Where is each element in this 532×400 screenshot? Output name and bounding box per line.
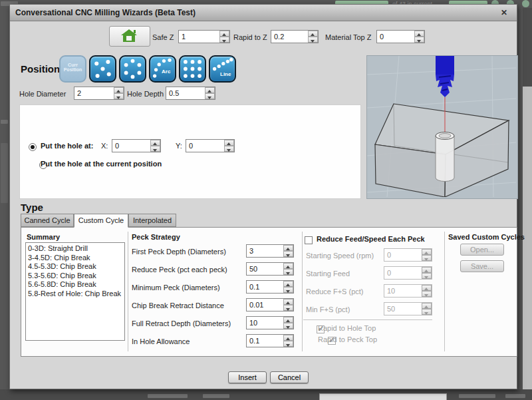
bolt-circle-button[interactable]: [119, 55, 146, 83]
material-top-z-input[interactable]: 0: [376, 30, 425, 43]
in-hole-allowance-input[interactable]: 0.1: [246, 334, 294, 347]
reduce-peck-value[interactable]: 50: [247, 263, 283, 275]
spin-up-button[interactable]: [150, 140, 160, 146]
3d-preview-viewport[interactable]: [366, 55, 518, 199]
drill-shank: [436, 56, 454, 75]
spin-up-button[interactable]: [283, 335, 293, 341]
spin-down-button[interactable]: [224, 146, 234, 152]
insert-button[interactable]: Insert: [228, 371, 267, 383]
full-retract-depth-input[interactable]: 10: [246, 316, 294, 329]
spin-up-button[interactable]: [422, 303, 432, 309]
spin-up-button[interactable]: [224, 140, 234, 146]
section-divider: [303, 319, 432, 320]
spin-up-button[interactable]: [219, 31, 229, 37]
chip-break-retract-value[interactable]: 0.01: [247, 299, 283, 311]
feed-row-label: Reduce F+S (pct): [306, 288, 364, 296]
random-points-button[interactable]: [89, 55, 116, 83]
summary-item: 4.5-5.3D: Chip Break: [28, 262, 124, 272]
safe-z-label: Safe Z: [152, 33, 174, 41]
spin-down-button[interactable]: [205, 93, 215, 99]
spin-up-button[interactable]: [283, 281, 293, 287]
home-button[interactable]: [109, 26, 150, 47]
in-hole-allowance-value[interactable]: 0.1: [247, 335, 283, 347]
minimum-peck-value[interactable]: 0.1: [247, 281, 283, 293]
rapid-to-z-value[interactable]: 0.2: [271, 31, 308, 43]
material-top-z-value[interactable]: 0: [377, 31, 414, 43]
spin-down-button[interactable]: [283, 287, 293, 293]
spin-down-button[interactable]: [283, 269, 293, 275]
spin-down-button[interactable]: [114, 93, 124, 99]
spin-down-button[interactable]: [422, 309, 432, 315]
curr-position-button[interactable]: Curr Position: [59, 55, 86, 83]
spin-down-button[interactable]: [422, 291, 432, 297]
rapid-to-peck-top-label: Rapid to Peck Top: [318, 335, 377, 343]
current-position-label: Put the hole at the current position: [41, 160, 162, 168]
spin-down-button[interactable]: [283, 323, 293, 329]
spin-down-button[interactable]: [414, 37, 424, 43]
y-input[interactable]: 0: [186, 139, 235, 152]
peck-row-label: First Peck Depth (Diameters): [132, 248, 226, 256]
reduce-feed-speed-checkbox[interactable]: [305, 236, 313, 244]
x-value[interactable]: 0: [112, 140, 150, 152]
hole-diameter-input[interactable]: 2: [74, 87, 124, 100]
spin-up-button[interactable]: [308, 31, 318, 37]
spin-up-button[interactable]: [283, 299, 293, 305]
hole-depth-input[interactable]: 0.5: [166, 87, 215, 100]
spin-up-button[interactable]: [414, 31, 424, 37]
spin-up-button[interactable]: [422, 285, 432, 291]
minimum-peck-input[interactable]: 0.1: [246, 280, 294, 294]
spin-up-button[interactable]: [283, 317, 293, 323]
safe-z-value[interactable]: 1: [179, 31, 219, 43]
spin-down-button[interactable]: [219, 37, 229, 43]
material-top-z-label: Material Top Z: [325, 33, 372, 41]
safe-z-input[interactable]: 1: [178, 30, 230, 43]
cancel-button[interactable]: Cancel: [270, 371, 309, 383]
spin-down-button[interactable]: [283, 305, 293, 311]
close-icon[interactable]: ✕: [497, 7, 511, 19]
full-retract-depth-value[interactable]: 10: [247, 317, 283, 329]
reduce-fs-input[interactable]: 10: [384, 284, 432, 298]
feed-row-label: Starting Feed: [306, 270, 350, 278]
put-hole-at-radio[interactable]: [29, 143, 37, 151]
x-label: X:: [101, 142, 108, 150]
column-divider: [302, 232, 303, 351]
chip-break-retract-input[interactable]: 0.01: [246, 298, 294, 311]
tab-custom-cycle[interactable]: Custom Cycle: [74, 214, 128, 228]
spin-up-button[interactable]: [283, 263, 293, 269]
spin-down-button[interactable]: [308, 37, 318, 43]
spin-down-button[interactable]: [150, 146, 160, 152]
y-value[interactable]: 0: [186, 140, 224, 152]
first-peck-depth-value[interactable]: 3: [247, 245, 283, 257]
line-button[interactable]: Line: [209, 55, 236, 83]
starting-feed-input[interactable]: 0: [384, 266, 432, 280]
hole-depth-value[interactable]: 0.5: [166, 87, 205, 99]
starting-feed-value[interactable]: 0: [384, 267, 422, 279]
tab-canned-cycle[interactable]: Canned Cycle: [21, 214, 74, 227]
arc-button[interactable]: Arc: [149, 55, 176, 83]
rapid-to-z-input[interactable]: 0.2: [271, 30, 319, 43]
first-peck-depth-input[interactable]: 3: [246, 244, 294, 258]
spin-up-button[interactable]: [422, 249, 432, 255]
tab-interpolated[interactable]: Interpolated: [128, 214, 176, 227]
spin-down-button[interactable]: [283, 251, 293, 257]
min-fs-input[interactable]: 50: [384, 302, 432, 315]
starting-speed-value[interactable]: 0: [384, 249, 422, 261]
spin-up-button[interactable]: [114, 87, 124, 93]
dialog-titlebar[interactable]: Conversational CNC Milling Wizards (Beta…: [10, 5, 517, 21]
spin-down-button[interactable]: [422, 255, 432, 261]
x-input[interactable]: 0: [112, 139, 161, 152]
reduce-peck-input[interactable]: 50: [246, 262, 294, 276]
spin-down-button[interactable]: [422, 273, 432, 279]
spin-up-button[interactable]: [422, 267, 432, 273]
hole-diameter-value[interactable]: 2: [74, 87, 114, 99]
spin-up-button[interactable]: [283, 245, 293, 251]
starting-speed-input[interactable]: 0: [384, 248, 432, 262]
reduce-fs-value[interactable]: 10: [384, 285, 422, 297]
open-button[interactable]: Open...: [460, 244, 504, 256]
save-button[interactable]: Save...: [460, 260, 504, 272]
spin-down-button[interactable]: [283, 341, 293, 347]
column-divider: [444, 232, 445, 351]
spin-up-button[interactable]: [205, 87, 215, 93]
grid-points-button[interactable]: [179, 55, 206, 83]
min-fs-value[interactable]: 50: [384, 303, 422, 315]
